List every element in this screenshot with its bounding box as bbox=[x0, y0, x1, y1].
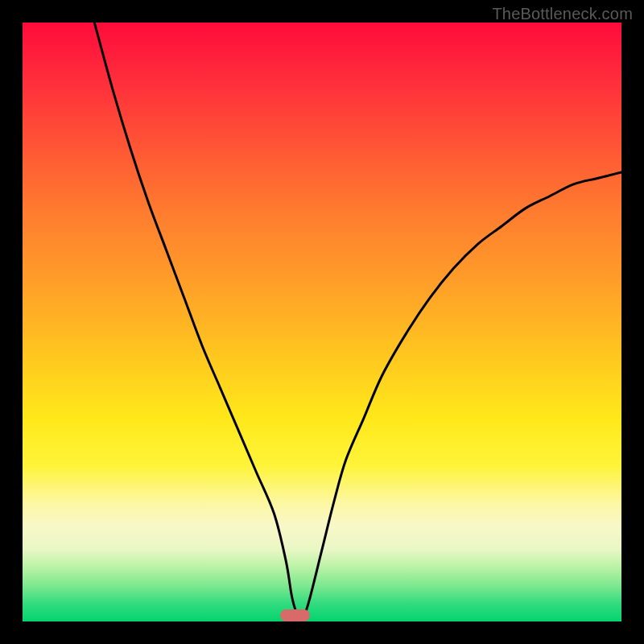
bottleneck-curve bbox=[23, 23, 621, 621]
optimal-marker bbox=[280, 609, 310, 621]
watermark-text: TheBottleneck.com bbox=[492, 5, 633, 23]
plot-area bbox=[23, 23, 621, 621]
chart-frame: TheBottleneck.com bbox=[0, 0, 644, 644]
